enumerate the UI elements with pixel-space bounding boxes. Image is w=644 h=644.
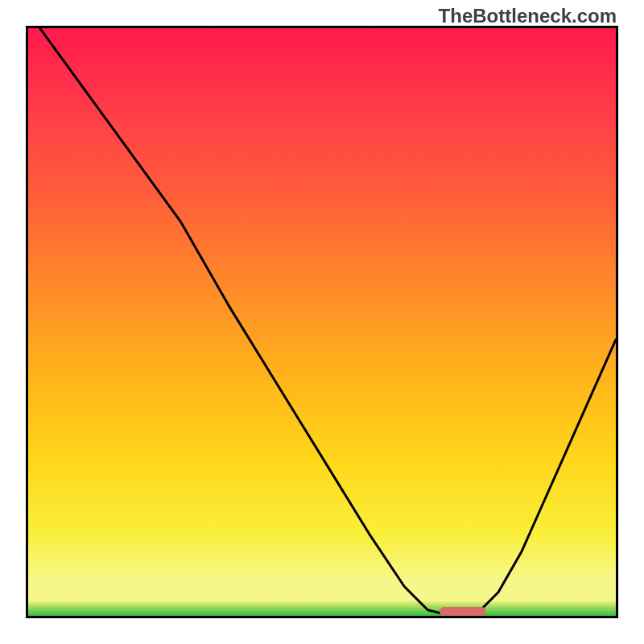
plot-area — [26, 26, 618, 618]
attribution-label: TheBottleneck.com — [439, 5, 617, 27]
optimal-marker — [440, 607, 486, 616]
chart-container: TheBottleneck.com — [0, 0, 644, 644]
curve-overlay — [28, 28, 616, 616]
bottleneck-curve — [40, 28, 616, 616]
